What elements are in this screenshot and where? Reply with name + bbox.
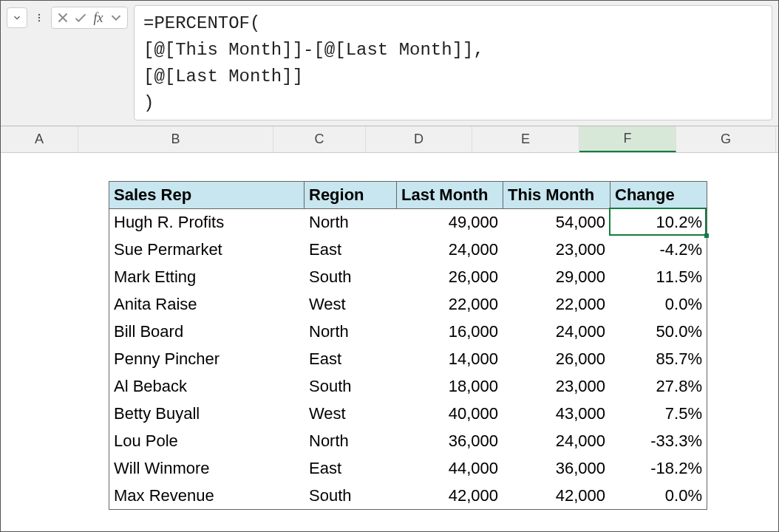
cell[interactable]: 40,000	[397, 400, 503, 428]
cell[interactable]: 29,000	[503, 264, 610, 291]
cell[interactable]: East	[305, 236, 397, 264]
table-header-cell[interactable]: Change	[610, 182, 707, 209]
cell[interactable]: Hugh R. Profits	[109, 209, 305, 236]
cell[interactable]: Will Winmore	[109, 455, 305, 482]
cell[interactable]: -4.2%	[610, 236, 707, 264]
table-row: Sue PermarketEast24,00023,000-4.2%	[109, 236, 707, 264]
cell[interactable]: 0.0%	[610, 482, 707, 510]
cell[interactable]: West	[305, 291, 397, 318]
cell[interactable]: 24,000	[397, 236, 503, 264]
cell[interactable]: 85.7%	[610, 346, 707, 373]
cell[interactable]: 18,000	[397, 373, 503, 400]
chevron-down-icon	[12, 13, 22, 23]
cell[interactable]: Lou Pole	[109, 428, 305, 455]
cell[interactable]: East	[305, 455, 397, 482]
cell[interactable]: 42,000	[503, 482, 610, 510]
cell[interactable]: 16,000	[397, 318, 503, 346]
cell[interactable]: North	[305, 318, 397, 346]
formula-expand-button[interactable]	[108, 9, 124, 27]
cell[interactable]: 11.5%	[610, 264, 707, 291]
cell[interactable]: -33.3%	[610, 428, 707, 455]
svg-point-0	[38, 14, 40, 16]
cell[interactable]: Sue Permarket	[109, 236, 305, 264]
cell[interactable]: Max Revenue	[109, 482, 305, 510]
cell[interactable]: 44,000	[397, 455, 503, 482]
cell[interactable]: 26,000	[503, 346, 610, 373]
cell[interactable]: South	[305, 482, 397, 510]
worksheet-area[interactable]: Sales RepRegionLast MonthThis MonthChang…	[1, 153, 778, 183]
formula-bar: fx =PERCENTOF( [@[This Month]]-[@[Last M…	[1, 1, 778, 126]
cell[interactable]: 0.0%	[610, 291, 707, 318]
cell[interactable]: -18.2%	[610, 455, 707, 482]
table-header-row: Sales RepRegionLast MonthThis MonthChang…	[109, 182, 707, 209]
table-row: Hugh R. ProfitsNorth49,00054,00010.2%	[109, 209, 707, 236]
more-options-button[interactable]	[32, 7, 47, 28]
svg-point-1	[38, 17, 40, 18]
cell[interactable]: 24,000	[503, 428, 610, 455]
check-icon	[72, 10, 89, 26]
cell[interactable]: Mark Etting	[109, 264, 305, 291]
cell[interactable]: South	[305, 373, 397, 400]
cell[interactable]: Betty Buyall	[109, 400, 305, 428]
chevron-down-icon	[108, 10, 124, 26]
cell[interactable]: 23,000	[503, 236, 610, 264]
table-header-cell[interactable]: This Month	[503, 182, 610, 209]
table-row: Bill BoardNorth16,00024,00050.0%	[109, 318, 707, 346]
cell[interactable]: 10.2%	[610, 209, 707, 236]
cell[interactable]: Penny Pincher	[109, 346, 305, 373]
formula-bar-controls: fx	[7, 7, 128, 29]
fx-icon: fx	[94, 10, 103, 26]
cell[interactable]: Al Beback	[109, 373, 305, 400]
cell[interactable]: 43,000	[503, 400, 610, 428]
table-row: Anita RaiseWest22,00022,0000.0%	[109, 291, 707, 318]
table-row: Penny PincherEast14,00026,00085.7%	[109, 346, 707, 373]
insert-function-button[interactable]: fx	[90, 9, 106, 27]
cell[interactable]: 23,000	[503, 373, 610, 400]
table-row: Lou PoleNorth36,00024,000-33.3%	[109, 428, 707, 455]
table-header-cell[interactable]: Region	[305, 182, 397, 209]
cell[interactable]: North	[305, 209, 397, 236]
table-header-cell[interactable]: Last Month	[397, 182, 503, 209]
cell[interactable]: 42,000	[397, 482, 503, 510]
name-box-dropdown[interactable]	[7, 7, 27, 28]
cancel-formula-button[interactable]	[55, 9, 71, 27]
data-table: Sales RepRegionLast MonthThis MonthChang…	[109, 181, 707, 510]
table-row: Mark EttingSouth26,00029,00011.5%	[109, 264, 707, 291]
column-header-f[interactable]: F	[579, 126, 676, 152]
column-header-c[interactable]: C	[273, 126, 366, 152]
cell[interactable]: East	[305, 346, 397, 373]
column-header-g[interactable]: G	[676, 126, 776, 152]
table-row: Al BebackSouth18,00023,00027.8%	[109, 373, 707, 400]
cell[interactable]: 54,000	[503, 209, 610, 236]
cell[interactable]: 22,000	[397, 291, 503, 318]
column-header-d[interactable]: D	[366, 126, 472, 152]
cell[interactable]: 26,000	[397, 264, 503, 291]
cell[interactable]: 22,000	[503, 291, 610, 318]
cell[interactable]: 50.0%	[610, 318, 707, 346]
column-header-a[interactable]: A	[1, 126, 78, 152]
table-row: Max RevenueSouth42,00042,0000.0%	[109, 482, 707, 510]
accept-formula-button[interactable]	[72, 9, 89, 27]
cell[interactable]: South	[305, 264, 397, 291]
cell[interactable]: North	[305, 428, 397, 455]
kebab-icon	[34, 13, 44, 23]
cell[interactable]: 36,000	[397, 428, 503, 455]
cell[interactable]: 27.8%	[610, 373, 707, 400]
column-header-b[interactable]: B	[78, 126, 273, 152]
table-row: Betty BuyallWest40,00043,0007.5%	[109, 400, 707, 428]
cell[interactable]: Bill Board	[109, 318, 305, 346]
formula-action-group: fx	[51, 7, 128, 29]
x-icon	[55, 10, 71, 26]
formula-input[interactable]: =PERCENTOF( [@[This Month]]-[@[Last Mont…	[134, 5, 772, 120]
cell[interactable]: Anita Raise	[109, 291, 305, 318]
table-row: Will WinmoreEast44,00036,000-18.2%	[109, 455, 707, 482]
cell[interactable]: 24,000	[503, 318, 610, 346]
column-header-e[interactable]: E	[472, 126, 579, 152]
cell[interactable]: 36,000	[503, 455, 610, 482]
column-headers: ABCDEFG	[1, 126, 778, 153]
cell[interactable]: West	[305, 400, 397, 428]
cell[interactable]: 7.5%	[610, 400, 707, 428]
cell[interactable]: 14,000	[397, 346, 503, 373]
cell[interactable]: 49,000	[397, 209, 503, 236]
table-header-cell[interactable]: Sales Rep	[109, 182, 305, 209]
